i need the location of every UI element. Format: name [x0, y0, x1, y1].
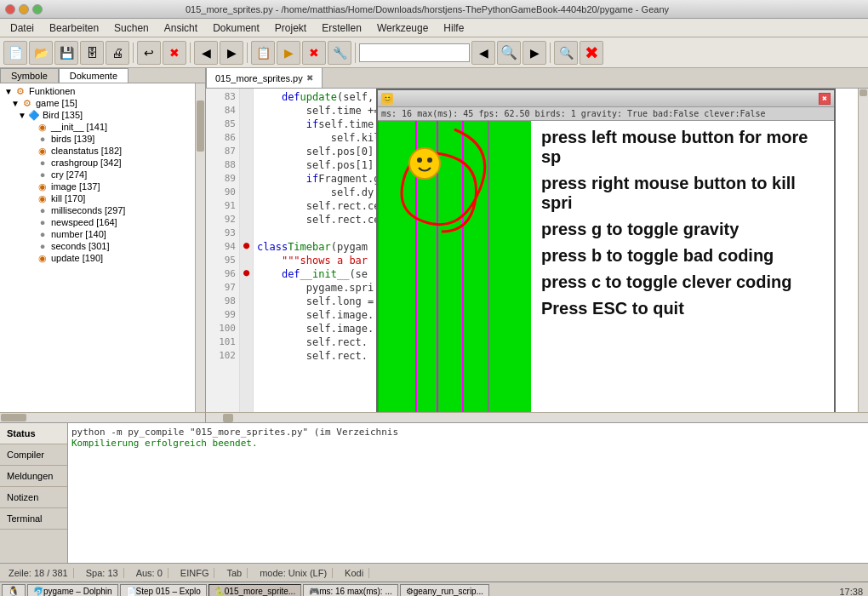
tree-root[interactable]: ▼ ⚙ Funktionen: [0, 85, 195, 97]
ln-100: 100: [206, 322, 236, 335]
ln-92: 92: [206, 213, 236, 226]
tree-crashgroup[interactable]: ● crashgroup [342]: [0, 157, 195, 169]
menu-erstellen[interactable]: Erstellen: [315, 20, 368, 36]
svg-point-7: [417, 158, 422, 163]
tab-filename: 015_more_sprites.py: [215, 73, 303, 83]
code-editor[interactable]: 83 84 85 86 87 88 89 90 91 92 93 94 95 9…: [206, 89, 868, 412]
taskbar-start[interactable]: 🐧: [2, 584, 26, 597]
tab-notizen[interactable]: Notizen: [0, 487, 67, 508]
pygame-game-area: [378, 121, 531, 412]
tree-newspeed[interactable]: ● newspeed [164]: [0, 216, 195, 228]
line-numbers: 83 84 85 86 87 88 89 90 91 92 93 94 95 9…: [206, 89, 240, 412]
forward-button[interactable]: ▶: [220, 41, 243, 65]
tree-arrow-root: ▼: [3, 87, 14, 96]
toolbar-sep-1: [133, 43, 134, 63]
taskbar-dolphin[interactable]: 🐬 pygame – Dolphin: [27, 584, 118, 597]
tree-cry[interactable]: ● cry [274]: [0, 169, 195, 181]
save-all-button[interactable]: 🗄: [80, 41, 104, 65]
file-icon[interactable]: 📋: [251, 41, 275, 65]
print-button[interactable]: 🖨: [106, 41, 129, 65]
editor-tab-main[interactable]: 015_more_sprites.py ✖: [206, 68, 323, 88]
pygame-instruction-3: press b to toggle bad coding: [541, 246, 824, 266]
update-icon: ◉: [36, 253, 49, 263]
menu-hilfe[interactable]: Hilfe: [437, 20, 471, 36]
toolbar-sep-4: [355, 43, 356, 63]
tree-scrollbar[interactable]: [195, 83, 205, 412]
undo-button[interactable]: ↩: [137, 41, 161, 65]
stop-button[interactable]: ✖: [302, 41, 326, 65]
new-button[interactable]: 📄: [3, 41, 27, 65]
zoom-out-btn[interactable]: 🔍: [554, 41, 578, 65]
pygame-close-btn[interactable]: ✖: [819, 93, 831, 105]
terminal-result: Kompilierung erfolgreich beendet.: [71, 438, 865, 449]
ln-86: 86: [206, 131, 236, 145]
status-spa: Spa: 13: [81, 568, 124, 578]
bar-pattern: [378, 121, 531, 412]
tree-milliseconds[interactable]: ● milliseconds [297]: [0, 204, 195, 216]
bird-icon: 🔷: [27, 110, 41, 120]
search-icon[interactable]: 🔍: [497, 41, 521, 65]
h-scrollbar[interactable]: [0, 412, 205, 422]
code-hscrollbar[interactable]: [206, 412, 868, 422]
maximize-button[interactable]: [32, 4, 43, 14]
birds-icon: ●: [36, 134, 49, 144]
menu-datei[interactable]: Datei: [3, 20, 41, 36]
tab-compiler[interactable]: Compiler: [0, 444, 67, 466]
search-fwd-btn[interactable]: ▶: [523, 41, 546, 65]
tab-meldungen[interactable]: Meldungen: [0, 466, 67, 487]
toolbar-sep-5: [550, 43, 551, 63]
tree-bird[interactable]: ▼ 🔷 Bird [135]: [0, 109, 195, 121]
search-input[interactable]: [359, 43, 470, 62]
debug-button[interactable]: 🔧: [328, 41, 351, 65]
tree-kill[interactable]: ◉ kill [170]: [0, 192, 195, 204]
save-button[interactable]: 💾: [54, 41, 78, 65]
taskbar-geany-run[interactable]: ⚙ geany_run_scrip...: [400, 584, 489, 597]
tab-dokumente[interactable]: Dokumente: [59, 68, 128, 83]
cry-icon: ●: [36, 169, 49, 180]
tab-close-btn[interactable]: ✖: [306, 73, 313, 83]
close-file-btn[interactable]: ✖: [580, 41, 603, 65]
taskbar-ms16[interactable]: 🎮 ms: 16 max(ms): ...: [303, 584, 398, 597]
search-back-btn[interactable]: ◀: [471, 41, 495, 65]
code-scrollbar-v[interactable]: [858, 89, 868, 412]
tree-init[interactable]: ◉ __init__ [141]: [0, 121, 195, 133]
close-button[interactable]: [5, 4, 15, 14]
tab-symbole[interactable]: Symbole: [0, 68, 59, 83]
ln-97: 97: [206, 281, 236, 295]
tree-number[interactable]: ● number [140]: [0, 228, 195, 240]
tree-cleanstatus[interactable]: ◉ cleanstatus [182]: [0, 145, 195, 157]
taskbar-015sprites[interactable]: 🐍 015_more_sprite...: [208, 584, 301, 597]
crashgroup-label: crashgroup [342]: [51, 158, 122, 168]
ln-98: 98: [206, 295, 236, 308]
tree-update[interactable]: ◉ update [190]: [0, 252, 195, 264]
back-button[interactable]: ◀: [194, 41, 218, 65]
init-label: __init__ [141]: [51, 122, 107, 132]
tree-game[interactable]: ▼ ⚙ game [15]: [0, 97, 195, 109]
tree-birds[interactable]: ● birds [139]: [0, 133, 195, 145]
ln-94: 94: [206, 240, 236, 254]
menu-suchen[interactable]: Suchen: [107, 20, 156, 36]
taskbar-step015-label: Step 015 – Explo: [136, 587, 201, 596]
pygame-instruction-1: press right mouse button to kill spri: [541, 174, 824, 213]
ln-90: 90: [206, 186, 236, 199]
tab-terminal[interactable]: Terminal: [0, 508, 67, 530]
ln-83: 83: [206, 90, 236, 104]
menu-dokument[interactable]: Dokument: [206, 20, 266, 36]
status-zeile: Zeile: 18 / 381: [3, 568, 74, 578]
status-kodi: Kodi: [340, 568, 369, 578]
birds-label: birds [139]: [51, 134, 94, 144]
taskbar: 🐧 🐬 pygame – Dolphin 📄 Step 015 – Explo …: [0, 582, 868, 596]
menu-projekt[interactable]: Projekt: [268, 20, 313, 36]
cancel-button[interactable]: ✖: [163, 41, 186, 65]
minimize-button[interactable]: [19, 4, 29, 14]
menu-bearbeiten[interactable]: Bearbeiten: [43, 20, 106, 36]
taskbar-step015[interactable]: 📄 Step 015 – Explo: [120, 584, 207, 597]
open-button[interactable]: 📂: [29, 41, 53, 65]
menu-werkzeuge[interactable]: Werkzeuge: [370, 20, 435, 36]
tab-status[interactable]: Status: [0, 423, 67, 444]
menu-ansicht[interactable]: Ansicht: [157, 20, 204, 36]
tree-image[interactable]: ◉ image [137]: [0, 181, 195, 192]
tree-seconds[interactable]: ● seconds [301]: [0, 240, 195, 252]
run-button[interactable]: ▶: [277, 41, 300, 65]
svg-point-8: [427, 158, 432, 163]
